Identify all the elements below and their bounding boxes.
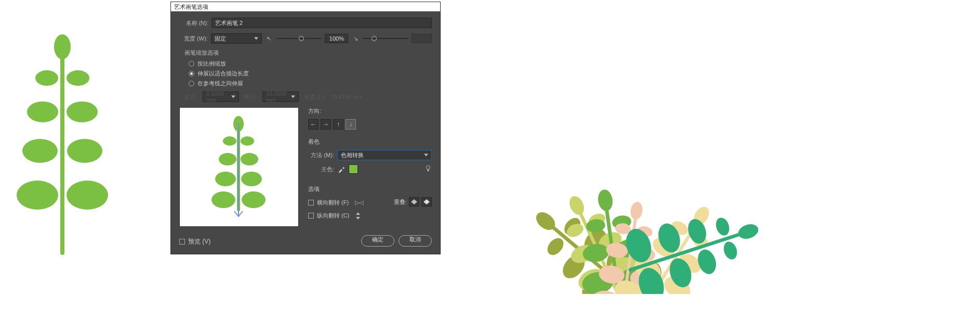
svg-point-14 [219,153,236,165]
method-label: 方法 (M): [308,151,334,159]
svg-point-6 [22,139,58,163]
radio-guides-label: 在参考线之间伸展 [197,80,243,87]
radio-proportional[interactable]: 按比例缩放 [189,60,432,68]
name-label: 名称 (N): [179,19,208,27]
name-field[interactable]: 艺术画笔 2 [211,18,432,28]
width-mode-select[interactable]: 固定 [211,33,262,44]
direction-up-button[interactable]: ↑ [333,119,343,130]
eyedropper-icon[interactable] [337,165,346,173]
flip-y-checkbox[interactable]: 纵向翻转 (C) [308,212,432,220]
ok-button[interactable]: 确定 [361,235,394,247]
width-value-2-disabled [412,34,432,43]
svg-point-19 [242,191,266,208]
svg-point-3 [67,70,89,86]
width-value-1[interactable]: 100% [325,34,348,43]
length-value: 16.8159 mm [331,94,363,100]
svg-point-2 [35,70,58,86]
key-color-swatch[interactable] [349,164,358,174]
width-right-icon: ↘ [351,34,360,43]
width-left-icon: ↖ [265,34,273,43]
direction-buttons: ← → ↑ ↓ [308,119,432,130]
width-slider-1[interactable] [276,33,322,44]
length-label: 长度 (L): [304,93,326,101]
svg-point-9 [67,181,108,210]
svg-point-4 [27,101,58,122]
cancel-button[interactable]: 取消 [399,235,432,247]
direction-label: 方向: [308,107,432,115]
svg-point-1 [54,34,71,59]
end-label: 终点: [244,93,257,101]
art-brush-options-dialog: 艺术画笔选项 名称 (N): 艺术画笔 2 宽度 (W): 固定 ↖ 100% … [170,2,441,254]
svg-point-21 [427,166,430,170]
bouquet-illustration [473,23,826,296]
svg-point-5 [67,101,98,122]
preview-checkbox[interactable]: 预览 (V) [179,237,210,246]
radio-proportional-label: 按比例缩放 [197,60,226,68]
width-label: 宽度 (W): [179,35,208,43]
direction-right-button[interactable]: → [321,119,331,130]
flip-y-icon [355,212,361,220]
svg-point-12 [223,136,236,146]
svg-point-8 [17,181,58,210]
radio-stretch[interactable]: 伸展以适合描边长度 [189,70,432,78]
width-slider-2[interactable] [363,33,408,44]
start-label: 起点: [184,93,197,101]
svg-point-17 [241,172,262,186]
start-value: 0.0000 mm [203,92,239,102]
svg-rect-0 [60,47,64,255]
flip-x-checkbox[interactable]: 横向翻转 (F) ▷◁ [308,199,363,207]
direction-down-button[interactable]: ↓ [346,119,356,130]
svg-point-7 [67,139,102,163]
method-select[interactable]: 色相转换 [337,150,432,160]
tips-icon[interactable] [425,165,432,173]
scale-radio-group: 按比例缩放 伸展以适合描边长度 在参考线之间伸展 [189,60,432,87]
radio-stretch-label: 伸展以适合描边长度 [197,70,249,78]
preview-label: 预览 (V) [188,237,210,246]
brush-preview [179,107,299,227]
end-value: 16.0000 mm [262,92,299,102]
svg-point-15 [241,153,258,165]
svg-rect-22 [428,170,429,171]
dialog-title: 艺术画笔选项 [171,2,440,11]
flip-x-label: 横向翻转 (F) [317,199,349,207]
plant-illustration-left [16,31,109,256]
overlap-yes-button[interactable] [421,197,432,207]
key-color-label: 主色: [308,165,334,173]
direction-left-button[interactable]: ← [308,119,319,130]
overlap-label: 重叠: [394,198,407,206]
overlap-no-button[interactable] [409,197,419,207]
svg-point-18 [211,191,235,208]
scale-section-title: 画笔缩放选项 [184,49,432,57]
svg-point-13 [241,136,254,146]
radio-guides[interactable]: 在参考线之间伸展 [189,80,432,87]
svg-point-16 [215,172,236,186]
colorization-label: 着色 [308,138,432,146]
flip-y-label: 纵向翻转 (C) [317,212,349,220]
flip-x-icon: ▷◁ [355,199,363,206]
options-label: 选项 [308,185,432,193]
guides-params-disabled: 起点: 0.0000 mm 终点: 16.0000 mm 长度 (L): 16.… [184,92,432,102]
